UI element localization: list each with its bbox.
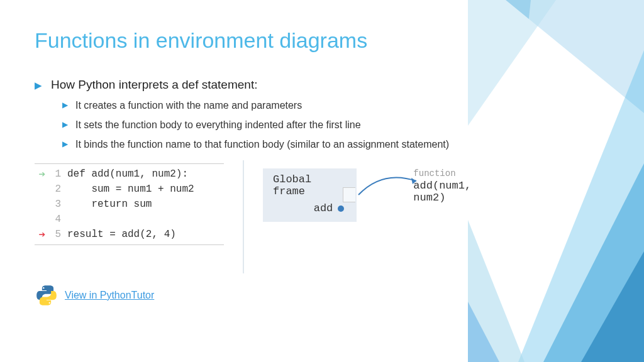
pythontutor-link[interactable]: View in PythonTutor: [65, 290, 154, 301]
svg-point-10: [49, 302, 50, 303]
triangle-icon: ▶: [35, 80, 42, 91]
code-line: 3 return sum: [35, 197, 224, 212]
next-line-arrow-icon: ➔: [39, 228, 46, 241]
svg-point-9: [43, 287, 44, 288]
code-line: ➔ 5 result = add(2, 4): [35, 227, 224, 242]
triangle-icon: ▶: [62, 120, 68, 129]
slide-title: Functions in environment diagrams: [35, 28, 506, 53]
code-block: ➔ 1 def add(num1, num2): 2 sum = num1 + …: [35, 163, 224, 245]
reference-arrow-icon: [357, 176, 420, 201]
sub-bullet: ▶ It creates a function with the name an…: [62, 98, 506, 112]
code-line: 2 sum = num1 + num2: [35, 182, 224, 197]
triangle-icon: ▶: [62, 101, 68, 109]
sub-bullet: ▶ It sets the function body to everythin…: [62, 118, 506, 132]
main-bullet: ▶ How Python interprets a def statement:: [35, 78, 506, 92]
reference-dot-icon: [338, 206, 344, 212]
global-frame-box: Global frame add: [263, 168, 357, 222]
vertical-divider: [243, 160, 244, 273]
function-object: function add(num1, num2): [413, 168, 506, 204]
sub-bullet: ▶ It binds the function name to that fun…: [62, 137, 506, 151]
code-line: 4: [35, 212, 224, 227]
svg-marker-8: [411, 178, 416, 184]
python-logo-icon: [35, 283, 58, 307]
current-line-arrow-icon: ➔: [39, 167, 46, 181]
bullet-list: ▶ How Python interprets a def statement:…: [35, 78, 506, 152]
triangle-icon: ▶: [62, 140, 68, 148]
code-line: ➔ 1 def add(num1, num2):: [35, 167, 224, 182]
